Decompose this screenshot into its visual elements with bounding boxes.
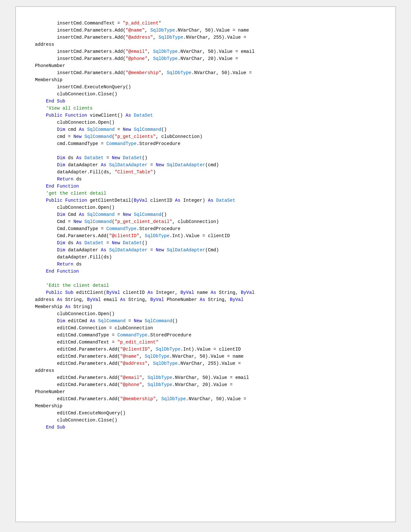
code-window: insertCmd.CommandText = "p_add_client" i… bbox=[15, 6, 396, 522]
code-content: insertCmd.CommandText = "p_add_client" i… bbox=[35, 20, 376, 431]
